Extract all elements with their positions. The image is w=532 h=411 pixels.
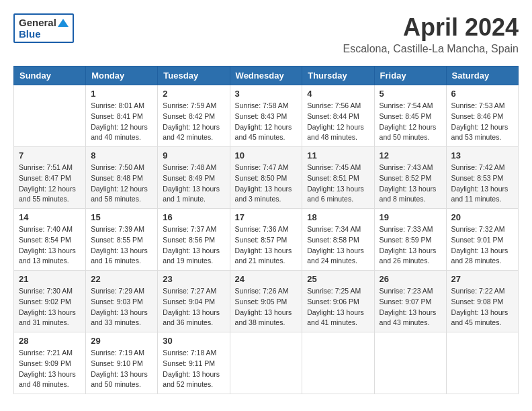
calendar-cell: 4Sunrise: 7:56 AMSunset: 8:44 PMDaylight… xyxy=(302,85,374,147)
day-info: Sunrise: 7:32 AMSunset: 9:01 PMDaylight:… xyxy=(451,224,513,267)
calendar-cell: 16Sunrise: 7:37 AMSunset: 8:56 PMDayligh… xyxy=(158,209,230,271)
day-info: Sunrise: 7:48 AMSunset: 8:49 PMDaylight:… xyxy=(163,163,224,205)
day-info: Sunrise: 7:25 AMSunset: 9:06 PMDaylight:… xyxy=(307,286,369,328)
day-number: 9 xyxy=(163,150,224,161)
day-number: 26 xyxy=(380,274,441,284)
day-number: 25 xyxy=(307,274,369,284)
day-number: 13 xyxy=(451,150,513,161)
calendar-cell: 1Sunrise: 8:01 AMSunset: 8:41 PMDaylight… xyxy=(86,85,158,147)
column-header-saturday: Saturday xyxy=(446,66,518,85)
logo-general-text: General xyxy=(19,17,56,28)
day-number: 4 xyxy=(307,89,369,99)
day-number: 12 xyxy=(380,150,441,161)
logo-arrow-icon xyxy=(58,17,69,28)
day-number: 27 xyxy=(451,274,513,284)
calendar-cell: 13Sunrise: 7:42 AMSunset: 8:53 PMDayligh… xyxy=(446,147,518,209)
day-number: 6 xyxy=(451,89,513,99)
week-row-2: 7Sunrise: 7:51 AMSunset: 8:47 PMDaylight… xyxy=(14,147,519,209)
day-info: Sunrise: 7:37 AMSunset: 8:56 PMDaylight:… xyxy=(163,224,224,267)
column-header-tuesday: Tuesday xyxy=(158,66,230,85)
calendar-cell: 18Sunrise: 7:34 AMSunset: 8:58 PMDayligh… xyxy=(302,209,374,271)
calendar-cell: 12Sunrise: 7:43 AMSunset: 8:52 PMDayligh… xyxy=(374,147,446,209)
calendar-cell xyxy=(374,332,446,394)
svg-marker-0 xyxy=(58,19,69,27)
day-number: 18 xyxy=(307,212,369,222)
day-info: Sunrise: 7:54 AMSunset: 8:45 PMDaylight:… xyxy=(380,101,441,143)
day-number: 29 xyxy=(91,336,152,346)
day-number: 28 xyxy=(19,336,81,346)
calendar-cell: 2Sunrise: 7:59 AMSunset: 8:42 PMDaylight… xyxy=(158,85,230,147)
week-row-5: 28Sunrise: 7:21 AMSunset: 9:09 PMDayligh… xyxy=(14,332,519,394)
calendar-cell: 14Sunrise: 7:40 AMSunset: 8:54 PMDayligh… xyxy=(14,209,86,271)
week-row-4: 21Sunrise: 7:30 AMSunset: 9:02 PMDayligh… xyxy=(14,271,519,332)
day-info: Sunrise: 7:23 AMSunset: 9:07 PMDaylight:… xyxy=(380,286,441,328)
day-number: 16 xyxy=(163,212,224,222)
day-info: Sunrise: 7:34 AMSunset: 8:58 PMDaylight:… xyxy=(307,224,369,267)
calendar-cell: 24Sunrise: 7:26 AMSunset: 9:05 PMDayligh… xyxy=(230,271,302,332)
location-subtitle: Escalona, Castille-La Mancha, Spain xyxy=(343,43,519,55)
calendar-cell: 20Sunrise: 7:32 AMSunset: 9:01 PMDayligh… xyxy=(446,209,518,271)
day-info: Sunrise: 7:51 AMSunset: 8:47 PMDaylight:… xyxy=(19,163,81,205)
day-number: 24 xyxy=(235,274,298,284)
day-number: 30 xyxy=(163,336,224,346)
column-header-wednesday: Wednesday xyxy=(230,66,302,85)
day-number: 8 xyxy=(91,150,152,161)
week-row-3: 14Sunrise: 7:40 AMSunset: 8:54 PMDayligh… xyxy=(14,209,519,271)
day-number: 23 xyxy=(163,274,224,284)
calendar-cell: 15Sunrise: 7:39 AMSunset: 8:55 PMDayligh… xyxy=(86,209,158,271)
logo-box: General Blue xyxy=(13,13,74,43)
calendar-cell: 6Sunrise: 7:53 AMSunset: 8:46 PMDaylight… xyxy=(446,85,518,147)
day-number: 2 xyxy=(163,89,224,99)
calendar-header: SundayMondayTuesdayWednesdayThursdayFrid… xyxy=(14,66,519,85)
day-number: 15 xyxy=(91,212,152,222)
calendar-cell xyxy=(14,85,86,147)
calendar-cell: 28Sunrise: 7:21 AMSunset: 9:09 PMDayligh… xyxy=(14,332,86,394)
calendar-cell: 23Sunrise: 7:27 AMSunset: 9:04 PMDayligh… xyxy=(158,271,230,332)
day-info: Sunrise: 7:21 AMSunset: 9:09 PMDaylight:… xyxy=(19,348,81,390)
calendar-cell: 25Sunrise: 7:25 AMSunset: 9:06 PMDayligh… xyxy=(302,271,374,332)
calendar-cell: 21Sunrise: 7:30 AMSunset: 9:02 PMDayligh… xyxy=(14,271,86,332)
logo: General Blue xyxy=(13,13,74,43)
calendar-cell xyxy=(230,332,302,394)
column-header-thursday: Thursday xyxy=(302,66,374,85)
calendar-cell: 22Sunrise: 7:29 AMSunset: 9:03 PMDayligh… xyxy=(86,271,158,332)
calendar-cell xyxy=(302,332,374,394)
day-info: Sunrise: 7:33 AMSunset: 8:59 PMDaylight:… xyxy=(380,224,441,267)
calendar-cell: 10Sunrise: 7:47 AMSunset: 8:50 PMDayligh… xyxy=(230,147,302,209)
column-header-sunday: Sunday xyxy=(14,66,86,85)
calendar-cell: 5Sunrise: 7:54 AMSunset: 8:45 PMDaylight… xyxy=(374,85,446,147)
logo-line1: General xyxy=(19,17,69,28)
calendar-body: 1Sunrise: 8:01 AMSunset: 8:41 PMDaylight… xyxy=(14,85,519,394)
calendar-cell: 30Sunrise: 7:18 AMSunset: 9:11 PMDayligh… xyxy=(158,332,230,394)
day-info: Sunrise: 8:01 AMSunset: 8:41 PMDaylight:… xyxy=(91,101,152,143)
calendar-cell: 29Sunrise: 7:19 AMSunset: 9:10 PMDayligh… xyxy=(86,332,158,394)
day-number: 21 xyxy=(19,274,81,284)
day-info: Sunrise: 7:19 AMSunset: 9:10 PMDaylight:… xyxy=(91,348,152,390)
day-number: 1 xyxy=(91,89,152,99)
day-number: 22 xyxy=(91,274,152,284)
day-info: Sunrise: 7:27 AMSunset: 9:04 PMDaylight:… xyxy=(163,286,224,328)
page-header: General Blue April 2024 Escalona, Castil… xyxy=(13,13,519,55)
day-info: Sunrise: 7:45 AMSunset: 8:51 PMDaylight:… xyxy=(307,163,369,205)
day-info: Sunrise: 7:29 AMSunset: 9:03 PMDaylight:… xyxy=(91,286,152,328)
day-info: Sunrise: 7:22 AMSunset: 9:08 PMDaylight:… xyxy=(451,286,513,328)
day-info: Sunrise: 7:47 AMSunset: 8:50 PMDaylight:… xyxy=(235,163,298,205)
calendar-cell: 17Sunrise: 7:36 AMSunset: 8:57 PMDayligh… xyxy=(230,209,302,271)
day-info: Sunrise: 7:30 AMSunset: 9:02 PMDaylight:… xyxy=(19,286,81,328)
day-info: Sunrise: 7:50 AMSunset: 8:48 PMDaylight:… xyxy=(91,163,152,205)
calendar-cell: 27Sunrise: 7:22 AMSunset: 9:08 PMDayligh… xyxy=(446,271,518,332)
day-number: 7 xyxy=(19,150,81,161)
header-row: SundayMondayTuesdayWednesdayThursdayFrid… xyxy=(14,66,519,85)
calendar-cell xyxy=(446,332,518,394)
day-number: 10 xyxy=(235,150,298,161)
day-info: Sunrise: 7:39 AMSunset: 8:55 PMDaylight:… xyxy=(91,224,152,267)
calendar-cell: 19Sunrise: 7:33 AMSunset: 8:59 PMDayligh… xyxy=(374,209,446,271)
calendar-cell: 3Sunrise: 7:58 AMSunset: 8:43 PMDaylight… xyxy=(230,85,302,147)
day-info: Sunrise: 7:56 AMSunset: 8:44 PMDaylight:… xyxy=(307,101,369,143)
calendar-cell: 7Sunrise: 7:51 AMSunset: 8:47 PMDaylight… xyxy=(14,147,86,209)
day-number: 11 xyxy=(307,150,369,161)
title-section: April 2024 Escalona, Castille-La Mancha,… xyxy=(343,13,519,55)
week-row-1: 1Sunrise: 8:01 AMSunset: 8:41 PMDaylight… xyxy=(14,85,519,147)
day-number: 19 xyxy=(380,212,441,222)
calendar-cell: 26Sunrise: 7:23 AMSunset: 9:07 PMDayligh… xyxy=(374,271,446,332)
